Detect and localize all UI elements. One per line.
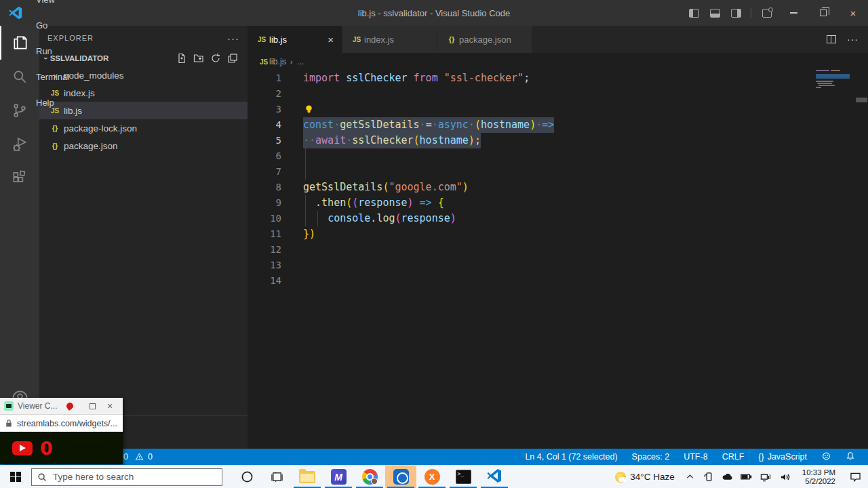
code-line-11[interactable]: 11}) — [248, 226, 868, 242]
your-phone-icon[interactable] — [701, 466, 718, 488]
code-line-3[interactable]: 3 — [248, 102, 868, 117]
start-button[interactable] — [0, 466, 31, 488]
language-mode[interactable]: {} JavaScript — [753, 452, 812, 462]
cortana-icon[interactable] — [232, 466, 262, 488]
encoding-setting[interactable]: UTF-8 — [679, 452, 712, 462]
menu-help[interactable]: Help — [30, 90, 78, 116]
explorer-actions — [176, 53, 248, 64]
eol-setting[interactable]: CRLF — [717, 452, 749, 462]
widget-title-bar[interactable]: Viewer C... × — [0, 398, 123, 415]
code-line-12[interactable]: 12 — [248, 242, 868, 258]
widget-maximize-button[interactable] — [83, 403, 101, 409]
onedrive-icon[interactable] — [718, 466, 737, 488]
taskbar-app-chrome[interactable] — [354, 466, 385, 488]
network-icon[interactable] — [756, 466, 775, 488]
taskbar-search-input[interactable] — [53, 472, 202, 482]
pin-icon[interactable] — [66, 401, 75, 411]
breadcrumb[interactable]: JS lib.js › ... — [248, 53, 868, 70]
menu-run[interactable]: Run — [30, 39, 78, 64]
file-label: package.json — [64, 141, 118, 151]
streamlabs-favicon-icon — [4, 401, 14, 411]
task-view-icon[interactable] — [262, 466, 292, 488]
line-number: 1 — [248, 70, 281, 86]
toggle-sidebar-icon[interactable] — [689, 9, 699, 18]
file-label: package-lock.json — [64, 123, 137, 134]
indentation-setting[interactable]: Spaces: 2 — [627, 452, 675, 462]
volume-icon[interactable] — [775, 466, 795, 488]
taskbar-app-file-explorer[interactable] — [292, 466, 323, 488]
code-line-2[interactable]: 2 — [248, 86, 868, 102]
breadcrumb-separator-icon: › — [290, 58, 293, 66]
line-number: 5 — [248, 133, 281, 148]
taskbar-app-command-prompt[interactable]: >_ — [448, 466, 479, 488]
streamlabs-icon — [393, 469, 409, 485]
code-line-4[interactable]: 4const·getSslDetails·=·async·(hostname)·… — [248, 117, 868, 133]
indent-guide — [305, 148, 306, 164]
file-package-lock.json[interactable]: {}package-lock.json — [39, 119, 248, 137]
tray-chevron-icon[interactable] — [680, 466, 701, 488]
new-file-icon[interactable] — [176, 53, 187, 64]
close-tab-icon[interactable]: × — [317, 34, 334, 45]
code-line-14[interactable]: 14 — [248, 273, 868, 289]
code-editor[interactable]: 1import sslChecker from "ssl-checker";23… — [248, 70, 868, 449]
code-line-8[interactable]: 8getSslDetails("google.com") — [248, 180, 868, 195]
taskbar-clock[interactable]: 10:33 PM 5/2/2022 — [795, 468, 842, 486]
explorer-more-actions-icon[interactable]: ··· — [227, 33, 239, 44]
refresh-icon[interactable] — [210, 53, 221, 64]
menu-view[interactable]: View — [30, 0, 78, 13]
widget-title-text: Viewer C... — [18, 401, 57, 411]
window-controls: × — [684, 0, 868, 26]
minimap[interactable] — [816, 69, 851, 117]
cursor-position[interactable]: Ln 4, Col 1 (72 selected) — [520, 452, 622, 462]
customize-layout-icon[interactable] — [762, 9, 772, 18]
feedback-icon[interactable] — [816, 451, 836, 463]
extensions-icon[interactable] — [0, 161, 39, 195]
scrollbar-thumb[interactable] — [856, 98, 867, 102]
toggle-secondary-sidebar-icon[interactable] — [731, 9, 741, 18]
code-line-7[interactable]: 7 — [248, 164, 868, 180]
action-center-icon[interactable] — [842, 466, 868, 488]
editor-area[interactable]: JSlib.js×JSindex.js{}package.json ··· JS… — [248, 26, 868, 449]
toggle-panel-icon[interactable] — [710, 9, 720, 18]
breadcrumb-ellipsis[interactable]: ... — [297, 57, 304, 66]
restore-button[interactable] — [808, 0, 838, 26]
minimize-button[interactable] — [778, 0, 808, 26]
widget-address-bar[interactable]: streamlabs.com/widgets/... — [0, 415, 123, 432]
js-file-icon: JS — [256, 36, 268, 43]
breadcrumb-file[interactable]: lib.js — [269, 57, 286, 66]
widget-close-button[interactable]: × — [101, 401, 119, 411]
title-bar: FileEditSelectionViewGoRunTerminalHelp l… — [0, 0, 868, 26]
taskbar-app-vscode[interactable] — [479, 466, 510, 488]
taskbar-apps: MX>_ — [292, 466, 510, 488]
taskbar-app-streamlabs[interactable] — [385, 466, 416, 488]
code-line-5[interactable]: 5··await·sslChecker(hostname); — [248, 133, 868, 148]
notifications-bell-icon[interactable] — [841, 451, 860, 463]
run-debug-icon[interactable] — [0, 127, 39, 161]
close-button[interactable]: × — [838, 0, 868, 26]
collapse-all-icon[interactable] — [227, 53, 238, 64]
viewer-count-window[interactable]: Viewer C... × streamlabs.com/widgets/...… — [0, 398, 123, 464]
xampp-icon: X — [425, 469, 440, 485]
battery-icon[interactable] — [737, 466, 756, 488]
code-line-10[interactable]: 10 console.log(response) — [248, 211, 868, 226]
menu-terminal[interactable]: Terminal — [30, 64, 78, 90]
weather-widget[interactable]: 34°C Haze — [610, 472, 679, 483]
menu-go[interactable]: Go — [30, 13, 78, 39]
tab-package.json[interactable]: {}package.json — [437, 26, 532, 53]
taskbar-search[interactable] — [31, 468, 222, 486]
code-line-13[interactable]: 13 — [248, 258, 868, 273]
code-line-1[interactable]: 1import sslChecker from "ssl-checker"; — [248, 70, 868, 86]
js-file-icon: JS — [258, 58, 269, 66]
warning-count: 0 — [148, 452, 153, 462]
split-editor-icon[interactable] — [827, 35, 836, 43]
tab-lib.js[interactable]: JSlib.js× — [248, 26, 342, 53]
code-line-9[interactable]: 9 .then((response) => { — [248, 195, 868, 211]
editor-more-actions-icon[interactable]: ··· — [847, 34, 859, 45]
code-line-6[interactable]: 6 — [248, 148, 868, 164]
new-folder-icon[interactable] — [193, 53, 204, 64]
taskbar-app-media-app[interactable]: M — [323, 466, 354, 488]
file-package.json[interactable]: {}package.json — [39, 137, 248, 155]
taskbar-app-xampp[interactable]: X — [416, 466, 448, 488]
line-number: 8 — [248, 180, 281, 195]
tab-index.js[interactable]: JSindex.js — [342, 26, 437, 53]
